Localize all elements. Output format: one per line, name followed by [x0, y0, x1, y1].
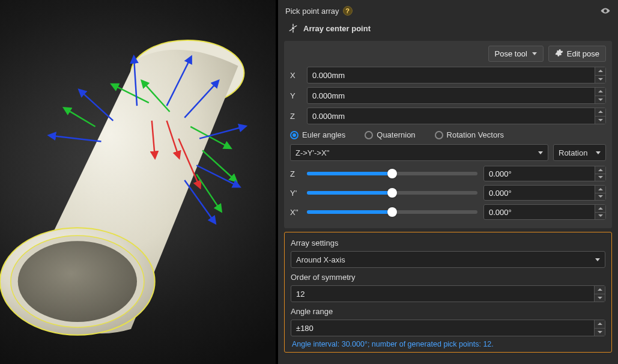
z-input-field[interactable] — [307, 108, 595, 124]
order-of-symmetry-label: Order of symmetry — [291, 273, 605, 282]
radio-euler[interactable]: Euler angles — [290, 130, 345, 139]
x-input-field[interactable] — [307, 67, 595, 83]
radio-euler-label: Euler angles — [302, 130, 345, 139]
viewport-3d[interactable] — [0, 0, 278, 364]
array-center-point-header: Array center point — [284, 22, 612, 37]
radio-rotvec-label: Rotation Vectors — [447, 130, 504, 139]
radio-quaternion[interactable]: Quaternion — [365, 130, 415, 139]
angle-range-input[interactable] — [291, 320, 605, 336]
radio-quaternion-label: Quaternion — [377, 130, 415, 139]
svg-line-20 — [50, 136, 101, 142]
array-settings-section: Array settings Around X-axis Order of sy… — [284, 232, 612, 353]
rotation-mode-select[interactable]: Rotation — [553, 144, 606, 161]
slider-z-value-input[interactable] — [483, 166, 606, 181]
euler-order-select[interactable]: Z->Y'->X'' — [290, 144, 548, 161]
chevron-down-icon — [596, 151, 601, 154]
svg-line-17 — [184, 180, 214, 222]
pose-tool-label: Pose tool — [495, 49, 527, 58]
angle-range-label: Angle range — [291, 307, 605, 316]
radio-rotation-vectors[interactable]: Rotation Vectors — [435, 130, 504, 139]
array-settings-title: Array settings — [291, 238, 605, 247]
slider-z-value-field[interactable] — [484, 166, 595, 181]
slider-xpp[interactable] — [307, 205, 477, 219]
angle-range-spinner[interactable] — [594, 320, 605, 336]
panel-header: Pick point array ? — [284, 4, 612, 18]
slider-xpp-value-field[interactable] — [484, 205, 595, 219]
help-icon[interactable]: ? — [343, 6, 353, 16]
gear-icon — [555, 49, 563, 59]
x-spinner[interactable] — [595, 67, 605, 83]
z-spinner[interactable] — [595, 108, 605, 124]
radio-dot-icon — [365, 131, 373, 139]
slider-z-spinner[interactable] — [595, 166, 605, 181]
y-input[interactable] — [307, 87, 606, 104]
center-point-icon — [288, 23, 298, 34]
slider-yp-label: Y' — [290, 189, 301, 198]
slider-yp[interactable] — [307, 186, 477, 199]
y-spinner[interactable] — [595, 88, 605, 103]
slider-z[interactable] — [307, 167, 477, 180]
properties-panel: Pick point array ? Array center point Po… — [278, 0, 618, 364]
slider-xpp-label: X'' — [290, 208, 301, 217]
z-input[interactable] — [307, 108, 606, 124]
svg-point-21 — [292, 27, 294, 29]
panel-title: Pick point array — [285, 7, 339, 16]
x-input[interactable] — [307, 67, 606, 83]
chevron-down-icon — [532, 52, 537, 55]
x-label: X — [290, 71, 301, 80]
array-info-text: Angle interval: 30.000°; number of gener… — [291, 336, 605, 350]
slider-xpp-value-input[interactable] — [483, 204, 606, 220]
y-input-field[interactable] — [307, 88, 595, 103]
euler-order-value: Z->Y'->X'' — [295, 148, 330, 157]
radio-dot-icon — [435, 131, 443, 139]
slider-xpp-spinner[interactable] — [595, 205, 605, 219]
sub-header-label: Array center point — [303, 24, 371, 33]
chevron-down-icon — [538, 151, 543, 154]
slider-yp-value-field[interactable] — [484, 186, 595, 200]
svg-point-3 — [18, 241, 137, 322]
svg-line-19 — [80, 91, 114, 121]
array-axis-select[interactable]: Around X-axis — [291, 251, 605, 268]
svg-line-12 — [65, 109, 95, 127]
slider-z-label: Z — [290, 169, 301, 178]
order-of-symmetry-field[interactable] — [291, 286, 594, 302]
slider-yp-spinner[interactable] — [595, 186, 605, 200]
rotation-mode-value: Rotation — [559, 148, 587, 157]
edit-pose-label: Edit pose — [567, 49, 599, 58]
radio-dot-icon — [290, 131, 298, 139]
y-label: Y — [290, 91, 301, 100]
pose-section: Pose tool Edit pose X Y — [284, 41, 612, 228]
slider-yp-value-input[interactable] — [483, 185, 606, 201]
chevron-down-icon — [595, 258, 600, 261]
svg-line-11 — [196, 174, 220, 210]
order-of-symmetry-input[interactable] — [291, 285, 605, 302]
edit-pose-button[interactable]: Edit pose — [548, 46, 606, 62]
angle-range-field[interactable] — [291, 320, 594, 336]
visibility-toggle-icon[interactable] — [600, 7, 611, 15]
order-of-symmetry-spinner[interactable] — [594, 286, 605, 302]
z-label: Z — [290, 112, 301, 121]
array-axis-value: Around X-axis — [296, 255, 345, 264]
pose-tool-button[interactable]: Pose tool — [488, 46, 544, 62]
